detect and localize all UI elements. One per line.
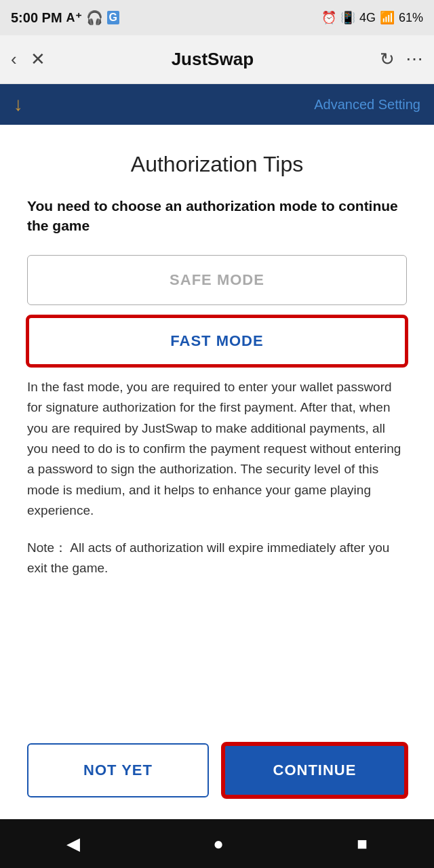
headset-icon: 🎧 xyxy=(86,9,103,26)
accessibility-icon: A⁺ xyxy=(66,10,82,25)
vibrate-icon: 📳 xyxy=(340,10,355,25)
translate-icon: G xyxy=(107,11,119,24)
continue-button[interactable]: CONTINUE xyxy=(222,743,407,797)
bottom-buttons: NOT YET CONTINUE xyxy=(0,727,434,819)
status-time: 5:00 PM A⁺ 🎧 G xyxy=(11,9,119,26)
recent-nav-icon[interactable]: ■ xyxy=(357,833,368,854)
battery-icon: 61% xyxy=(399,11,423,25)
advanced-setting-link[interactable]: Advanced Setting xyxy=(314,97,420,113)
toolbar-nav: ‹ ✕ xyxy=(11,49,45,70)
page-title: JustSwap xyxy=(59,49,366,70)
dialog-subtitle: You need to choose an authorization mode… xyxy=(27,196,407,236)
network-icon: 4G xyxy=(359,11,376,25)
time-label: 5:00 PM xyxy=(11,10,62,26)
menu-button[interactable]: ⋯ xyxy=(406,49,423,70)
dialog-area: Authorization Tips You need to choose an… xyxy=(0,125,434,727)
signal-icon: 📶 xyxy=(380,10,395,25)
status-icons: ⏰ 📳 4G 📶 61% xyxy=(321,10,423,25)
alarm-icon: ⏰ xyxy=(321,10,336,25)
blue-banner: ↓ Advanced Setting xyxy=(0,84,434,125)
down-arrow-icon: ↓ xyxy=(14,94,23,115)
back-button[interactable]: ‹ xyxy=(11,49,17,70)
fast-mode-description: In the fast mode, you are required to en… xyxy=(27,377,407,521)
home-nav-icon[interactable]: ● xyxy=(213,833,224,854)
back-nav-icon[interactable]: ◀ xyxy=(66,833,80,854)
close-button[interactable]: ✕ xyxy=(31,49,45,70)
toolbar-actions: ↻ ⋯ xyxy=(380,49,423,70)
not-yet-button[interactable]: NOT YET xyxy=(27,743,209,797)
safe-mode-button[interactable]: SAFE MODE xyxy=(27,255,407,305)
status-bar: 5:00 PM A⁺ 🎧 G ⏰ 📳 4G 📶 61% xyxy=(0,0,434,35)
fast-mode-button[interactable]: FAST MODE xyxy=(27,316,407,366)
dialog-title: Authorization Tips xyxy=(27,152,407,177)
browser-toolbar: ‹ ✕ JustSwap ↻ ⋯ xyxy=(0,35,434,84)
android-nav-bar: ◀ ● ■ xyxy=(0,819,434,868)
refresh-button[interactable]: ↻ xyxy=(380,49,395,70)
note-text: Note： All acts of authorization will exp… xyxy=(27,538,407,579)
